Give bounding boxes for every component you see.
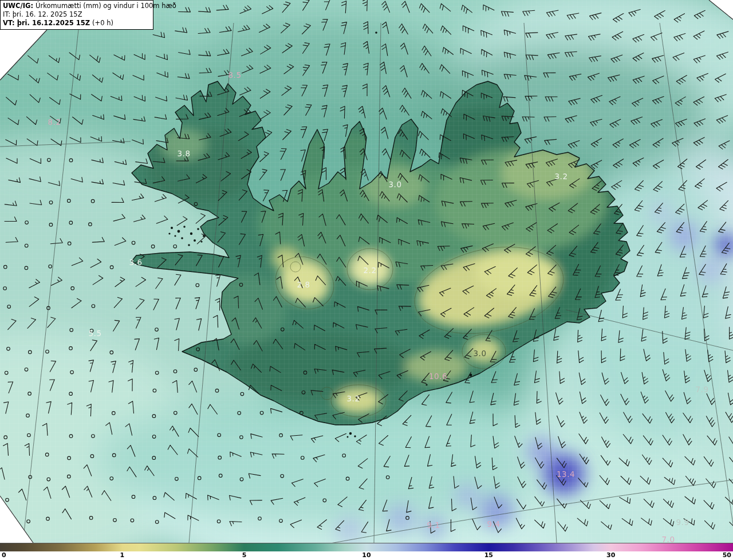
model-label: UWC/IG:: [3, 2, 33, 10]
title-box: UWC/IG:Úrkomumætti (mm) og vindur i 100m…: [0, 0, 153, 30]
precipitation-wind-map: [0, 0, 733, 543]
colorbar: 0 1 5 10 15 30 50: [0, 543, 733, 560]
map-title-line: UWC/IG:Úrkomumætti (mm) og vindur i 100m…: [3, 2, 151, 10]
colorbar-tick: 1: [120, 551, 125, 559]
init-time: IT: þri. 16. 12. 2025 15Z: [3, 10, 151, 19]
colorbar-ticks: 0 1 5 10 15 30 50: [0, 551, 733, 560]
colorbar-tick: 50: [723, 551, 731, 559]
colorbar-tick: 15: [484, 551, 493, 559]
weather-map-page: 8.28.53.83.03.23.62.82.25.53.010.63.213.…: [0, 0, 733, 560]
colorbar-tick: 30: [606, 551, 615, 559]
colorbar-tick: 10: [362, 551, 371, 559]
colorbar-gradient: [0, 543, 733, 551]
valid-time: VT: þri. 16.12.2025 15Z: [3, 19, 90, 27]
map-title: Úrkomumætti (mm) og vindur i 100m hæð: [36, 2, 176, 10]
valid-offset: (+0 h): [92, 19, 113, 27]
colorbar-tick: 0: [2, 551, 6, 559]
colorbar-tick: 5: [242, 551, 247, 559]
valid-time-line: VT: þri. 16.12.2025 15Z(+0 h): [3, 19, 151, 27]
